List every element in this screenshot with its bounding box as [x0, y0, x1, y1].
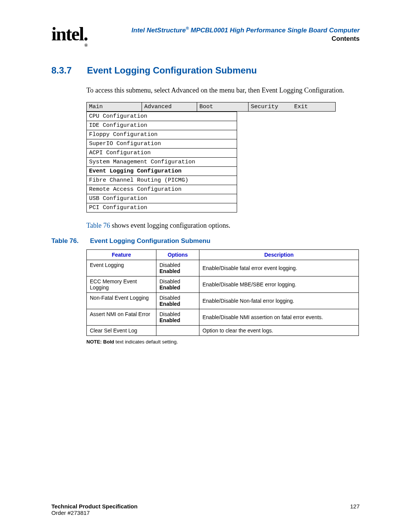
menu-tab-boot: Boot — [197, 102, 249, 112]
description-cell: Option to clear the event logs. — [199, 326, 359, 336]
footer-spec-label: Technical Product Specification — [51, 503, 137, 510]
options-cell — [156, 326, 199, 336]
feature-cell: Assert NMI on Fatal Error — [87, 309, 156, 326]
description-cell: Enable/Disable MBE/SBE error logging. — [199, 276, 359, 293]
col-options: Options — [156, 250, 199, 260]
col-feature: Feature — [87, 250, 156, 260]
submenu-item: CPU Configuration — [87, 112, 237, 121]
submenu-item: Event Logging Configuration — [87, 167, 237, 176]
footer-order-number: Order #273817 — [51, 510, 137, 516]
menu-tab-advanced: Advanced — [142, 102, 197, 112]
submenu-item: Fibre Channel Routing (PICMG) — [87, 176, 237, 185]
options-cell: DisabledEnabled — [156, 309, 199, 326]
options-cell: DisabledEnabled — [156, 260, 199, 276]
section-heading: 8.3.7 Event Logging Configuration Submen… — [51, 65, 360, 76]
feature-table: Feature Options Description Event Loggin… — [86, 249, 359, 336]
feature-cell: Clear Sel Event Log — [87, 326, 156, 336]
bios-menu-bar: Main Advanced Boot Security Exit — [86, 102, 336, 112]
section-number: 8.3.7 — [51, 65, 72, 76]
table-reference-text: Table 76 shows event logging configurati… — [86, 222, 360, 230]
contents-link[interactable]: Contents — [93, 35, 360, 43]
feature-cell: Event Logging — [87, 260, 156, 276]
submenu-item: System Management Configuration — [87, 158, 237, 167]
document-title: Intel NetStructure® MPCBL0001 High Perfo… — [93, 26, 360, 34]
col-description: Description — [199, 250, 359, 260]
submenu-item: Remote Access Configuration — [87, 185, 237, 194]
submenu-item: Floppy Configuration — [87, 130, 237, 139]
submenu-item: USB Configuration — [87, 194, 237, 203]
menu-tab-exit: Exit — [292, 102, 336, 112]
page-footer: Technical Product Specification Order #2… — [51, 503, 360, 516]
table-76-link[interactable]: Table 76 — [86, 222, 110, 229]
section-title: Event Logging Configuration Submenu — [87, 65, 257, 76]
bios-submenu-list: CPU ConfigurationIDE ConfigurationFloppy… — [86, 112, 237, 212]
intel-logo: intel.® — [51, 23, 93, 46]
submenu-item: PCI Configuration — [87, 203, 237, 212]
intro-paragraph: To access this submenu, select Advanced … — [86, 86, 360, 94]
submenu-item: IDE Configuration — [87, 121, 237, 130]
description-cell: Enable/Disable Non-fatal error logging. — [199, 293, 359, 309]
table-caption-title: Event Logging Configuration Submenu — [90, 237, 210, 245]
submenu-item: SuperIO Configuration — [87, 139, 237, 149]
footer-page-number: 127 — [350, 503, 360, 516]
feature-cell: Non-Fatal Event Logging — [87, 293, 156, 309]
table-caption-label: Table 76. — [51, 237, 79, 245]
options-cell: DisabledEnabled — [156, 293, 199, 309]
table-caption: Table 76. Event Logging Configuration Su… — [51, 237, 360, 245]
submenu-item: ACPI Configuration — [87, 149, 237, 158]
options-cell: DisabledEnabled — [156, 276, 199, 293]
feature-cell: ECC Memory Event Logging — [87, 276, 156, 293]
description-cell: Enable/Disable NMI assertion on fatal er… — [199, 309, 359, 326]
page-header: intel.® Intel NetStructure® MPCBL0001 Hi… — [51, 23, 360, 46]
description-cell: Enable/Disable fatal error event logging… — [199, 260, 359, 276]
table-note: NOTE: Bold text indicates default settin… — [86, 339, 360, 345]
menu-tab-security: Security — [249, 102, 292, 112]
menu-tab-main: Main — [87, 102, 142, 112]
